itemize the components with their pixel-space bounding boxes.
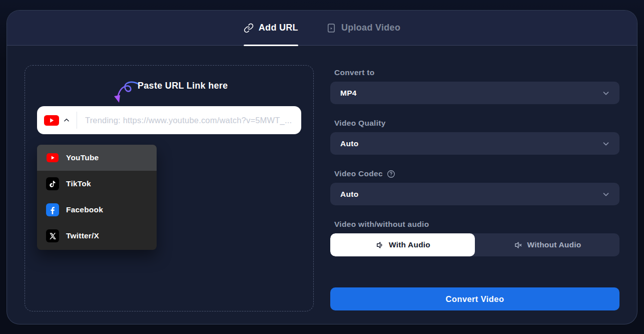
platform-select-button[interactable]: [37, 106, 77, 134]
tab-upload-video[interactable]: Upload Video: [326, 11, 400, 45]
url-drop-panel: Paste URL Link here: [25, 65, 314, 311]
chevron-down-icon: [601, 190, 610, 199]
with-audio-label: With Audio: [389, 240, 430, 249]
platform-item-youtube[interactable]: YouTube: [37, 145, 157, 171]
video-codec-label: Video Codec: [334, 169, 395, 178]
converter-card: Add URL Upload Video: [7, 10, 637, 324]
without-audio-label: Without Audio: [527, 240, 581, 249]
tiktok-icon: [46, 177, 59, 190]
link-icon: [244, 23, 254, 33]
youtube-icon: [46, 151, 59, 164]
tab-add-url[interactable]: Add URL: [244, 11, 298, 45]
platform-label: YouTube: [66, 153, 99, 162]
url-input-group: [37, 106, 301, 134]
video-codec-select[interactable]: Auto: [330, 183, 619, 205]
platform-label: Facebook: [66, 205, 103, 214]
url-input[interactable]: [77, 106, 301, 134]
platform-item-facebook[interactable]: Facebook: [37, 197, 157, 223]
chevron-down-icon: [601, 89, 610, 98]
curved-arrow-icon: [112, 80, 140, 107]
file-video-icon: [326, 23, 336, 33]
question-circle-icon[interactable]: [387, 170, 395, 178]
tab-label: Upload Video: [341, 23, 400, 33]
video-quality-select[interactable]: Auto: [330, 132, 619, 155]
audio-section-label: Video with/without audio: [334, 220, 429, 229]
paste-url-hint: Paste URL Link here: [138, 81, 228, 91]
speaker-muted-icon: [513, 240, 523, 250]
platform-label: Twitter/X: [66, 231, 99, 240]
youtube-icon: [44, 115, 59, 126]
video-codec-value: Auto: [340, 190, 359, 199]
convert-to-value: MP4: [340, 89, 357, 98]
video-quality-label: Video Quality: [334, 119, 386, 128]
card-body: Paste URL Link here: [7, 46, 637, 324]
tab-bar: Add URL Upload Video: [7, 11, 637, 46]
platform-item-tiktok[interactable]: TikTok: [37, 171, 157, 197]
twitter-x-icon: [46, 229, 59, 242]
convert-video-button[interactable]: Convert Video: [330, 287, 619, 310]
without-audio-option[interactable]: Without Audio: [475, 233, 619, 256]
facebook-icon: [46, 203, 59, 216]
chevron-up-icon: [63, 117, 70, 124]
convert-to-label: Convert to: [334, 68, 375, 77]
tab-label: Add URL: [259, 23, 298, 33]
audio-toggle: With Audio Without Audio: [330, 233, 619, 256]
video-quality-value: Auto: [340, 139, 359, 148]
platform-label: TikTok: [66, 179, 91, 188]
speaker-on-icon: [375, 240, 384, 250]
platform-dropdown: YouTube TikTok Fac: [37, 145, 157, 250]
chevron-down-icon: [601, 139, 610, 148]
with-audio-option[interactable]: With Audio: [330, 233, 475, 256]
platform-item-twitter-x[interactable]: Twitter/X: [37, 223, 157, 249]
convert-to-select[interactable]: MP4: [330, 82, 619, 104]
